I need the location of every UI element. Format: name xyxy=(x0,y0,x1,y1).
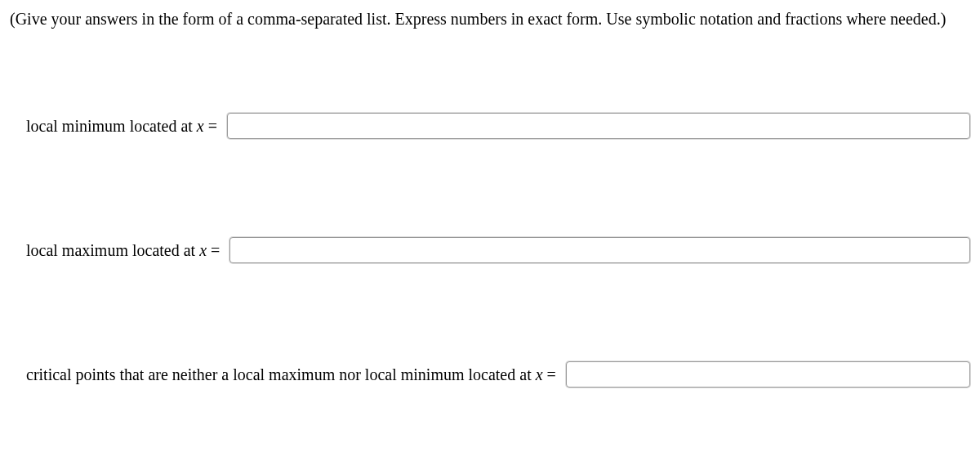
label-prefix: critical points that are neither a local… xyxy=(26,365,536,383)
label-suffix: = xyxy=(204,117,217,135)
label-prefix: local minimum located at xyxy=(26,117,197,135)
neither-input[interactable] xyxy=(566,361,970,388)
label-prefix: local maximum located at xyxy=(26,241,199,259)
label-var: x xyxy=(536,365,543,383)
neither-label: critical points that are neither a local… xyxy=(26,365,556,384)
local-minimum-row: local minimum located at x = xyxy=(10,113,970,139)
local-minimum-label: local minimum located at x = xyxy=(26,117,217,136)
label-suffix: = xyxy=(543,365,556,383)
label-suffix: = xyxy=(207,241,220,259)
local-maximum-label: local maximum located at x = xyxy=(26,241,220,260)
local-minimum-input[interactable] xyxy=(227,113,970,139)
label-var: x xyxy=(199,241,207,259)
local-maximum-input[interactable] xyxy=(229,237,970,263)
neither-row: critical points that are neither a local… xyxy=(10,361,970,388)
local-maximum-row: local maximum located at x = xyxy=(10,237,970,263)
label-var: x xyxy=(197,117,204,135)
instructions-text: (Give your answers in the form of a comm… xyxy=(10,7,970,31)
